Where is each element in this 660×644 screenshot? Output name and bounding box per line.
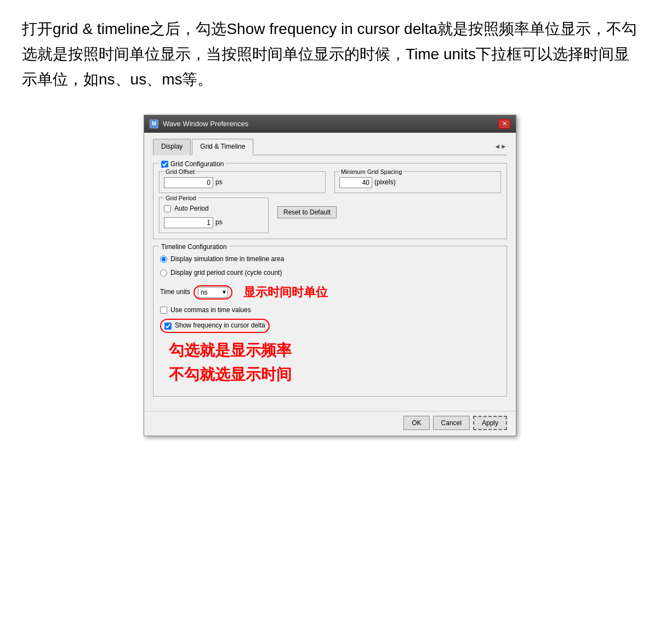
- radio-grid-period-row: Display grid period count (cycle count): [160, 268, 500, 278]
- show-frequency-circle-annotation: Show frequency in cursor delta: [160, 319, 270, 332]
- auto-period-label: Auto Period: [174, 204, 209, 214]
- use-commas-checkbox[interactable]: [160, 307, 167, 314]
- time-units-label: Time units: [160, 287, 190, 297]
- annotation-time-units-text: 显示时间时单位: [243, 283, 328, 302]
- use-commas-row: Use commas in time values: [160, 305, 500, 315]
- min-grid-spacing-input-row: (pixels): [339, 177, 496, 188]
- grid-offset-spacing-row: Grid Offset ps Minimum Grid Spacing (pix…: [159, 171, 501, 193]
- show-frequency-checkbox[interactable]: [164, 323, 172, 330]
- grid-offset-label: Grid Offset: [164, 167, 196, 177]
- min-grid-spacing-input[interactable]: [339, 177, 372, 188]
- min-grid-spacing-label: Minimum Grid Spacing: [339, 167, 403, 177]
- tab-grid-timeline[interactable]: Grid & Timeline: [192, 139, 253, 155]
- timeline-config-group: Timeline Configuration Display simulatio…: [153, 246, 507, 397]
- time-units-row: Time units ns us ms ps fs s ▼: [160, 283, 500, 302]
- dialog-titlebar: M Wave Window Preferences ✕: [144, 115, 516, 133]
- grid-period-input[interactable]: [164, 217, 213, 228]
- tabs-row: Display Grid & Timeline ◄►: [153, 138, 507, 155]
- grid-offset-unit: ps: [215, 177, 223, 188]
- reset-to-default-button[interactable]: Reset to Default: [277, 206, 337, 218]
- grid-period-label: Grid Period: [164, 194, 198, 204]
- show-frequency-row: Show frequency in cursor delta: [160, 319, 500, 332]
- min-grid-spacing-group: Minimum Grid Spacing (pixels): [334, 171, 501, 193]
- min-grid-spacing-unit: (pixels): [374, 177, 396, 188]
- apply-button[interactable]: Apply: [473, 416, 507, 430]
- time-units-select[interactable]: ns us ms ps fs s: [198, 287, 228, 298]
- grid-period-unit: ps: [215, 217, 223, 228]
- auto-period-checkbox[interactable]: [164, 205, 171, 212]
- grid-offset-input[interactable]: [164, 177, 213, 188]
- radio-simulation-time-row: Display simulation time in timeline area: [160, 254, 500, 264]
- cancel-button[interactable]: Cancel: [433, 416, 470, 430]
- tabs-nav-arrows[interactable]: ◄►: [494, 142, 507, 154]
- tab-display[interactable]: Display: [153, 139, 191, 155]
- annotation-line2: 不勾就选显示时间: [169, 363, 491, 387]
- grid-period-input-row: ps: [164, 217, 264, 228]
- grid-offset-group: Grid Offset ps: [159, 171, 326, 193]
- annotation-line1: 勾选就是显示频率: [169, 338, 491, 363]
- annotation-frequency-block: 勾选就是显示频率 不勾就选显示时间: [160, 333, 500, 390]
- grid-period-group: Grid Period Auto Period ps: [159, 197, 269, 233]
- time-units-circle-annotation: ns us ms ps fs s ▼: [194, 285, 232, 300]
- ok-button[interactable]: OK: [403, 416, 429, 430]
- intro-paragraph: 打开grid & timeline之后，勾选Show frequency in …: [22, 16, 638, 93]
- timeline-config-label: Timeline Configuration: [159, 242, 229, 252]
- tabs-left: Display Grid & Timeline: [153, 138, 253, 154]
- radio-grid-period-label: Display grid period count (cycle count): [170, 268, 282, 278]
- auto-period-row: Auto Period: [164, 204, 264, 214]
- grid-config-group: Grid Configuration Grid Offset ps Minimu…: [153, 163, 507, 239]
- show-frequency-label: Show frequency in cursor delta: [175, 320, 265, 331]
- dialog-title: Wave Window Preferences: [163, 118, 248, 130]
- grid-period-row: Grid Period Auto Period ps Reset to Defa…: [159, 197, 501, 233]
- close-button[interactable]: ✕: [498, 119, 510, 129]
- titlebar-left: M Wave Window Preferences: [150, 118, 248, 130]
- dialog-footer: OK Cancel Apply: [144, 411, 516, 436]
- grid-offset-input-row: ps: [164, 177, 321, 188]
- radio-simulation-time[interactable]: [160, 256, 167, 263]
- dialog-window: M Wave Window Preferences ✕ Display Grid…: [144, 115, 516, 437]
- radio-simulation-time-label: Display simulation time in timeline area: [170, 254, 284, 264]
- app-icon: M: [150, 120, 158, 128]
- dialog-wrapper: M Wave Window Preferences ✕ Display Grid…: [22, 115, 638, 437]
- use-commas-label: Use commas in time values: [170, 305, 251, 315]
- dialog-body: Display Grid & Timeline ◄► Grid Configur…: [144, 133, 516, 411]
- time-units-select-wrapper: ns us ms ps fs s ▼: [198, 287, 228, 298]
- radio-grid-period[interactable]: [160, 269, 167, 276]
